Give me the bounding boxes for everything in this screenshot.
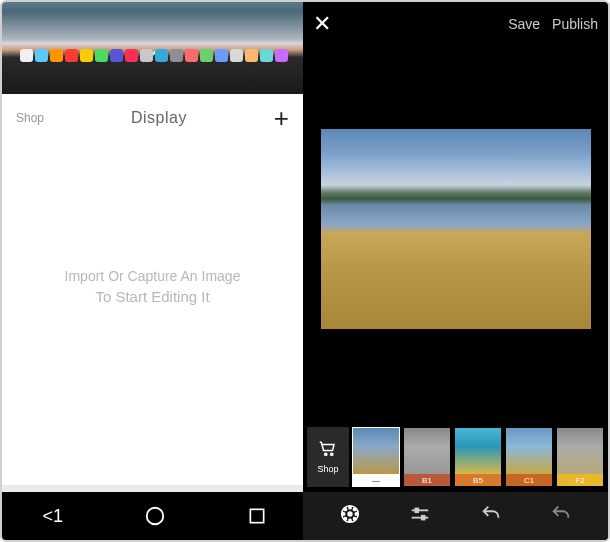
dock-icon <box>275 49 288 62</box>
svg-point-14 <box>348 512 352 516</box>
shop-label: Shop <box>317 464 338 474</box>
svg-point-9 <box>147 508 164 525</box>
dock-icon <box>260 49 273 62</box>
svg-point-17 <box>343 513 345 515</box>
filter-label: F2 <box>557 474 603 486</box>
dock-row <box>20 49 288 62</box>
close-icon[interactable]: ✕ <box>313 11 331 37</box>
header-image: ⌄ <box>2 2 303 94</box>
filter-shop-button[interactable]: Shop <box>307 427 349 487</box>
dock-icon <box>155 49 168 62</box>
filter-row: Shop —B1B5C1F2 <box>303 422 608 492</box>
top-row: Shop Display + <box>2 94 303 138</box>
left-app-panel: ⌄ Shop Display + Import Or Capture An Im… <box>2 2 303 540</box>
save-button[interactable]: Save <box>508 16 540 32</box>
display-title[interactable]: Display <box>131 109 187 127</box>
svg-rect-25 <box>416 509 419 513</box>
dock-icon <box>20 49 33 62</box>
dock-icon <box>200 49 213 62</box>
dock-icon <box>35 49 48 62</box>
empty-line2: To Start Editing It <box>95 288 209 305</box>
filter-thumb[interactable]: B5 <box>454 427 502 487</box>
svg-rect-10 <box>250 509 263 522</box>
svg-point-16 <box>349 519 351 521</box>
dock-icon <box>170 49 183 62</box>
filter-preview <box>353 428 399 474</box>
dock-icon <box>110 49 123 62</box>
filter-label: — <box>353 474 399 486</box>
dock-icon <box>80 49 93 62</box>
photo-preview-area <box>303 46 608 422</box>
dock-icon <box>95 49 108 62</box>
filter-thumb[interactable]: — <box>352 427 400 487</box>
undo-icon[interactable] <box>480 503 502 529</box>
svg-rect-26 <box>422 516 425 520</box>
filter-label: C1 <box>506 474 552 486</box>
empty-state: Import Or Capture An Image To Start Edit… <box>2 138 303 485</box>
cart-icon <box>318 440 338 460</box>
filter-preview <box>506 428 552 474</box>
publish-button[interactable]: Publish <box>552 16 598 32</box>
filter-thumb[interactable]: B1 <box>403 427 451 487</box>
svg-point-20 <box>354 508 356 510</box>
filter-thumb[interactable]: F2 <box>556 427 604 487</box>
filter-preview <box>557 428 603 474</box>
edit-toolbar <box>303 492 608 540</box>
shop-link[interactable]: Shop <box>16 111 44 125</box>
filter-preview <box>455 428 501 474</box>
filter-thumb[interactable]: C1 <box>505 427 553 487</box>
dock-icon <box>65 49 78 62</box>
filter-label: B5 <box>455 474 501 486</box>
nav-back-button[interactable]: <1 <box>42 506 63 527</box>
svg-point-22 <box>354 517 356 519</box>
right-editor-panel: ✕ Save Publish Shop —B1B5C1F2 <box>303 2 608 540</box>
empty-line1: Import Or Capture An Image <box>65 268 241 284</box>
dock-icon <box>215 49 228 62</box>
filter-label: B1 <box>404 474 450 486</box>
svg-point-21 <box>344 517 346 519</box>
svg-point-11 <box>325 453 327 455</box>
add-button[interactable]: + <box>274 103 289 134</box>
dock-icon <box>140 49 153 62</box>
dock-icon <box>230 49 243 62</box>
android-nav-left: <1 <box>2 492 307 540</box>
nav-home-button[interactable] <box>144 505 166 527</box>
svg-point-15 <box>349 506 351 508</box>
nav-recent-button[interactable] <box>247 506 267 526</box>
filter-preview <box>404 428 450 474</box>
adjust-icon[interactable] <box>409 503 431 529</box>
svg-point-18 <box>355 513 357 515</box>
dock-icon <box>245 49 258 62</box>
dock-icon <box>50 49 63 62</box>
redo-icon[interactable] <box>550 503 572 529</box>
photo-preview[interactable] <box>321 129 591 329</box>
svg-point-19 <box>344 508 346 510</box>
presets-icon[interactable] <box>339 503 361 529</box>
dock-icon <box>125 49 138 62</box>
dock-icon <box>185 49 198 62</box>
svg-point-12 <box>331 453 333 455</box>
editor-header: ✕ Save Publish <box>303 2 608 46</box>
